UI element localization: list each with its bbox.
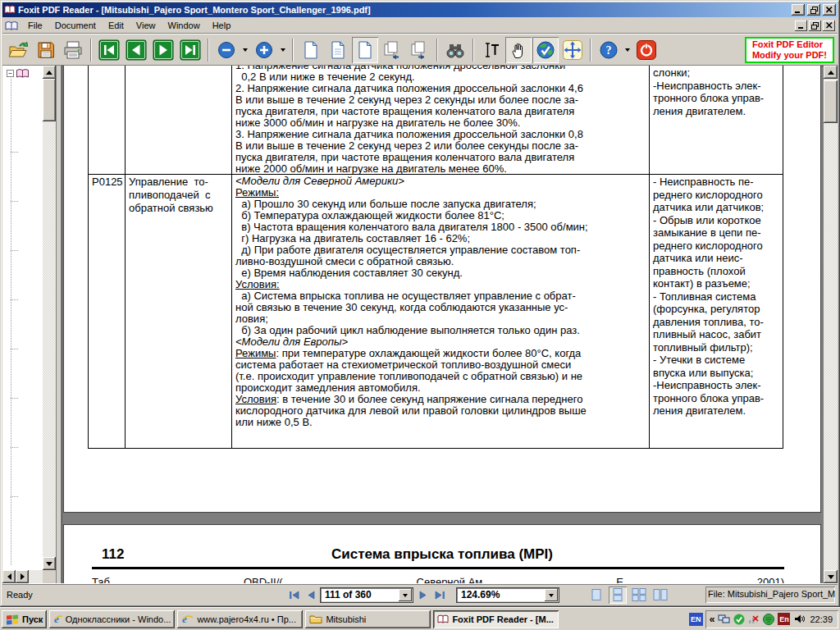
- caption-fragment: Северной Ам: [417, 576, 483, 583]
- pan-zoom-button[interactable]: [559, 37, 586, 63]
- save-button[interactable]: [33, 37, 59, 63]
- scroll-right-button[interactable]: [16, 570, 29, 583]
- fit-width-button[interactable]: [298, 37, 324, 63]
- help-dropdown[interactable]: [623, 38, 632, 62]
- system-tray: « En 22:39: [705, 610, 838, 628]
- zoom-out-button[interactable]: [213, 37, 240, 63]
- previous-view-button[interactable]: [379, 37, 405, 63]
- actual-size-button[interactable]: [352, 37, 378, 63]
- exit-button[interactable]: [633, 37, 660, 63]
- scroll-down-button[interactable]: [43, 557, 56, 570]
- tree-collapse-icon[interactable]: −: [7, 70, 14, 77]
- clipped-caption: Таб OBD-II/( Северной Ам Е 2001): [92, 576, 784, 583]
- task-button-odnoklassniki[interactable]: e Одноклассники - Windo...: [49, 610, 175, 628]
- next-page-button[interactable]: [150, 37, 176, 63]
- scroll-up-button[interactable]: [43, 66, 56, 79]
- document-vertical-scrollbar[interactable]: [824, 66, 838, 583]
- task-label: Одноклассники - Windo...: [66, 614, 171, 624]
- scrollbar-thumb[interactable]: [824, 80, 838, 123]
- mdi-close-button[interactable]: [823, 21, 835, 31]
- task-button-mitsubishi-folder[interactable]: Mitsubishi: [305, 610, 431, 628]
- page-number-combo[interactable]: 111 of 360: [320, 587, 413, 603]
- zoom-level-value[interactable]: 124.69%: [457, 589, 545, 600]
- zoom-out-dropdown[interactable]: [240, 38, 250, 62]
- tray-language-indicator[interactable]: En: [778, 613, 790, 625]
- zoom-in-dropdown[interactable]: [278, 38, 288, 62]
- start-button[interactable]: Пуск: [2, 610, 47, 628]
- menu-window[interactable]: Window: [162, 19, 206, 32]
- antivirus-agent-icon[interactable]: [763, 614, 774, 625]
- scroll-up-button[interactable]: [824, 66, 838, 79]
- task-button-pajero4x4[interactable]: e www.pajero4x4.ru • Пр...: [177, 610, 303, 628]
- bookmarks-horizontal-scrollbar[interactable]: [2, 570, 43, 583]
- zoom-in-button[interactable]: [251, 37, 277, 63]
- no-signal-icon[interactable]: [748, 614, 760, 624]
- open-button[interactable]: [6, 37, 32, 63]
- scrollbar-corner: [43, 570, 56, 583]
- document-icon: [5, 21, 18, 31]
- prev-row-name-cell: [125, 66, 231, 175]
- help-button[interactable]: ?: [596, 37, 622, 63]
- last-page-button[interactable]: [177, 37, 203, 63]
- screen: Foxit PDF Reader - [Mitsubishi_Pajero Sp…: [0, 0, 840, 630]
- eu-models-header: <Модели для Европы>: [235, 336, 646, 348]
- layout-continuous-button[interactable]: [609, 587, 627, 604]
- scrollbar-thumb[interactable]: [43, 79, 56, 121]
- menu-view[interactable]: View: [130, 19, 162, 32]
- minimize-button[interactable]: [792, 4, 805, 16]
- status-prev-page-button[interactable]: [304, 589, 317, 601]
- zoom-level-dropdown[interactable]: [545, 589, 558, 601]
- status-last-page-button[interactable]: [433, 589, 446, 601]
- tray-collapse-chevron[interactable]: «: [710, 614, 715, 625]
- fit-page-button[interactable]: [325, 37, 351, 63]
- volume-icon[interactable]: [793, 614, 805, 624]
- validate-globe-button[interactable]: [532, 37, 559, 63]
- language-indicator[interactable]: EN: [689, 613, 703, 626]
- menu-help[interactable]: Help: [207, 19, 237, 32]
- layout-facing-button[interactable]: [630, 587, 648, 604]
- page-number-value[interactable]: 111 of 360: [321, 589, 399, 600]
- mdi-minimize-button[interactable]: [795, 21, 807, 31]
- next-view-button[interactable]: [406, 37, 432, 63]
- scrollbar-track[interactable]: [29, 570, 43, 583]
- layout-single-page-button[interactable]: [587, 587, 605, 604]
- hand-tool-button[interactable]: [505, 37, 532, 63]
- bookmarks-tree: −: [2, 66, 43, 570]
- first-page-button[interactable]: [96, 37, 122, 63]
- document-view[interactable]: 1. Напряжение сигнала датчика положения …: [62, 66, 824, 583]
- layout-continuous-facing-button[interactable]: [651, 587, 669, 604]
- antivirus-ok-icon[interactable]: [733, 614, 745, 625]
- scrollbar-track[interactable]: [43, 79, 56, 557]
- bookmarks-panel: −: [2, 66, 57, 583]
- clock: 22:39: [808, 614, 834, 624]
- mdi-restore-button[interactable]: [809, 21, 821, 31]
- scroll-down-button[interactable]: [824, 570, 838, 583]
- menu-file[interactable]: File: [22, 19, 48, 32]
- print-button[interactable]: [60, 37, 86, 63]
- banner-line1: Foxit PDF Editor: [752, 39, 827, 50]
- prev-row-code-cell: [88, 66, 125, 175]
- network-icon[interactable]: [718, 614, 730, 624]
- prev-page-button[interactable]: [123, 37, 149, 63]
- restore-button[interactable]: [807, 4, 820, 16]
- menu-document[interactable]: Document: [49, 19, 102, 32]
- caption-fragment: 2001): [757, 576, 784, 583]
- tree-stub: [11, 250, 18, 251]
- scrollbar-track[interactable]: [824, 79, 838, 570]
- eu-conditions-text: : в течение 30 и более секунд напряжение…: [235, 393, 587, 428]
- close-button[interactable]: [823, 4, 836, 16]
- bookmarks-vertical-scrollbar[interactable]: [43, 66, 56, 570]
- zoom-level-combo[interactable]: 124.69%: [456, 587, 559, 603]
- find-button[interactable]: [442, 37, 468, 63]
- status-next-page-button[interactable]: [417, 589, 430, 601]
- scroll-left-button[interactable]: [2, 570, 16, 583]
- foxit-editor-banner[interactable]: Foxit PDF Editor Modify your PDF!: [745, 37, 834, 63]
- toolbar-separator: [292, 39, 294, 62]
- menu-edit[interactable]: Edit: [103, 19, 130, 32]
- prev-row-criteria-text: 1. Напряжение сигнала датчика положения …: [235, 66, 646, 175]
- bookmark-root-node[interactable]: −: [2, 66, 43, 79]
- page-number-dropdown[interactable]: [399, 589, 412, 601]
- text-select-button[interactable]: [478, 37, 504, 63]
- status-first-page-button[interactable]: [287, 589, 300, 601]
- task-button-foxit-active[interactable]: Foxit PDF Reader - [M...: [433, 610, 559, 628]
